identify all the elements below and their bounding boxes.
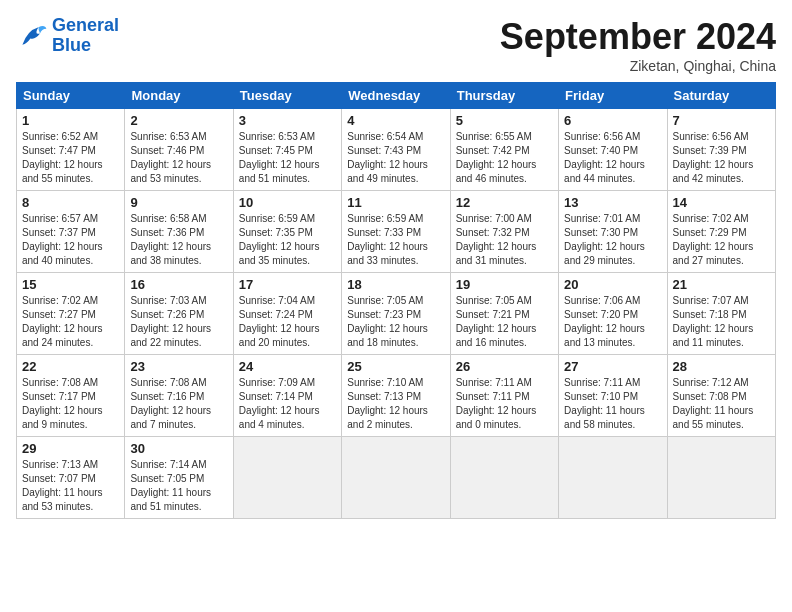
day-number: 16 bbox=[130, 277, 227, 292]
day-number: 19 bbox=[456, 277, 553, 292]
day-number: 5 bbox=[456, 113, 553, 128]
day-info: Sunrise: 7:02 AM Sunset: 7:27 PM Dayligh… bbox=[22, 294, 119, 350]
calendar-cell: 15Sunrise: 7:02 AM Sunset: 7:27 PM Dayli… bbox=[17, 273, 125, 355]
day-info: Sunrise: 7:02 AM Sunset: 7:29 PM Dayligh… bbox=[673, 212, 770, 268]
title-block: September 2024 Ziketan, Qinghai, China bbox=[500, 16, 776, 74]
logo-text-line1: General bbox=[52, 16, 119, 36]
calendar-cell: 22Sunrise: 7:08 AM Sunset: 7:17 PM Dayli… bbox=[17, 355, 125, 437]
calendar-cell: 29Sunrise: 7:13 AM Sunset: 7:07 PM Dayli… bbox=[17, 437, 125, 519]
day-number: 9 bbox=[130, 195, 227, 210]
day-number: 24 bbox=[239, 359, 336, 374]
day-number: 18 bbox=[347, 277, 444, 292]
day-number: 11 bbox=[347, 195, 444, 210]
calendar-cell bbox=[342, 437, 450, 519]
month-title: September 2024 bbox=[500, 16, 776, 58]
day-number: 21 bbox=[673, 277, 770, 292]
calendar-cell: 18Sunrise: 7:05 AM Sunset: 7:23 PM Dayli… bbox=[342, 273, 450, 355]
day-info: Sunrise: 6:54 AM Sunset: 7:43 PM Dayligh… bbox=[347, 130, 444, 186]
day-info: Sunrise: 7:12 AM Sunset: 7:08 PM Dayligh… bbox=[673, 376, 770, 432]
day-number: 28 bbox=[673, 359, 770, 374]
day-number: 2 bbox=[130, 113, 227, 128]
day-number: 1 bbox=[22, 113, 119, 128]
calendar-cell bbox=[559, 437, 667, 519]
day-info: Sunrise: 6:55 AM Sunset: 7:42 PM Dayligh… bbox=[456, 130, 553, 186]
calendar-cell: 21Sunrise: 7:07 AM Sunset: 7:18 PM Dayli… bbox=[667, 273, 775, 355]
calendar-cell: 19Sunrise: 7:05 AM Sunset: 7:21 PM Dayli… bbox=[450, 273, 558, 355]
day-number: 14 bbox=[673, 195, 770, 210]
calendar-cell: 6Sunrise: 6:56 AM Sunset: 7:40 PM Daylig… bbox=[559, 109, 667, 191]
calendar-cell: 8Sunrise: 6:57 AM Sunset: 7:37 PM Daylig… bbox=[17, 191, 125, 273]
day-info: Sunrise: 7:09 AM Sunset: 7:14 PM Dayligh… bbox=[239, 376, 336, 432]
calendar-week-row: 22Sunrise: 7:08 AM Sunset: 7:17 PM Dayli… bbox=[17, 355, 776, 437]
calendar-cell: 5Sunrise: 6:55 AM Sunset: 7:42 PM Daylig… bbox=[450, 109, 558, 191]
day-info: Sunrise: 7:03 AM Sunset: 7:26 PM Dayligh… bbox=[130, 294, 227, 350]
day-info: Sunrise: 6:53 AM Sunset: 7:45 PM Dayligh… bbox=[239, 130, 336, 186]
day-number: 4 bbox=[347, 113, 444, 128]
day-info: Sunrise: 7:07 AM Sunset: 7:18 PM Dayligh… bbox=[673, 294, 770, 350]
day-info: Sunrise: 7:08 AM Sunset: 7:16 PM Dayligh… bbox=[130, 376, 227, 432]
calendar-cell: 11Sunrise: 6:59 AM Sunset: 7:33 PM Dayli… bbox=[342, 191, 450, 273]
page-header: General Blue September 2024 Ziketan, Qin… bbox=[16, 16, 776, 74]
calendar-week-row: 29Sunrise: 7:13 AM Sunset: 7:07 PM Dayli… bbox=[17, 437, 776, 519]
day-number: 10 bbox=[239, 195, 336, 210]
day-info: Sunrise: 7:13 AM Sunset: 7:07 PM Dayligh… bbox=[22, 458, 119, 514]
calendar-cell: 12Sunrise: 7:00 AM Sunset: 7:32 PM Dayli… bbox=[450, 191, 558, 273]
calendar-cell: 14Sunrise: 7:02 AM Sunset: 7:29 PM Dayli… bbox=[667, 191, 775, 273]
calendar-cell bbox=[233, 437, 341, 519]
day-of-week-header: Wednesday bbox=[342, 83, 450, 109]
calendar-cell: 16Sunrise: 7:03 AM Sunset: 7:26 PM Dayli… bbox=[125, 273, 233, 355]
day-info: Sunrise: 6:53 AM Sunset: 7:46 PM Dayligh… bbox=[130, 130, 227, 186]
calendar-cell: 30Sunrise: 7:14 AM Sunset: 7:05 PM Dayli… bbox=[125, 437, 233, 519]
day-number: 13 bbox=[564, 195, 661, 210]
calendar-week-row: 8Sunrise: 6:57 AM Sunset: 7:37 PM Daylig… bbox=[17, 191, 776, 273]
day-info: Sunrise: 7:05 AM Sunset: 7:23 PM Dayligh… bbox=[347, 294, 444, 350]
day-info: Sunrise: 7:00 AM Sunset: 7:32 PM Dayligh… bbox=[456, 212, 553, 268]
day-info: Sunrise: 6:57 AM Sunset: 7:37 PM Dayligh… bbox=[22, 212, 119, 268]
day-info: Sunrise: 7:04 AM Sunset: 7:24 PM Dayligh… bbox=[239, 294, 336, 350]
calendar-cell: 26Sunrise: 7:11 AM Sunset: 7:11 PM Dayli… bbox=[450, 355, 558, 437]
location-subtitle: Ziketan, Qinghai, China bbox=[500, 58, 776, 74]
day-number: 20 bbox=[564, 277, 661, 292]
calendar-cell: 27Sunrise: 7:11 AM Sunset: 7:10 PM Dayli… bbox=[559, 355, 667, 437]
day-info: Sunrise: 6:59 AM Sunset: 7:35 PM Dayligh… bbox=[239, 212, 336, 268]
day-info: Sunrise: 6:56 AM Sunset: 7:39 PM Dayligh… bbox=[673, 130, 770, 186]
calendar-cell: 20Sunrise: 7:06 AM Sunset: 7:20 PM Dayli… bbox=[559, 273, 667, 355]
logo: General Blue bbox=[16, 16, 119, 56]
day-number: 23 bbox=[130, 359, 227, 374]
day-number: 15 bbox=[22, 277, 119, 292]
calendar-cell: 17Sunrise: 7:04 AM Sunset: 7:24 PM Dayli… bbox=[233, 273, 341, 355]
day-of-week-header: Friday bbox=[559, 83, 667, 109]
logo-bird-icon bbox=[16, 22, 48, 50]
calendar-cell: 1Sunrise: 6:52 AM Sunset: 7:47 PM Daylig… bbox=[17, 109, 125, 191]
day-number: 8 bbox=[22, 195, 119, 210]
day-number: 30 bbox=[130, 441, 227, 456]
day-info: Sunrise: 7:11 AM Sunset: 7:11 PM Dayligh… bbox=[456, 376, 553, 432]
calendar-cell bbox=[667, 437, 775, 519]
day-number: 27 bbox=[564, 359, 661, 374]
day-number: 12 bbox=[456, 195, 553, 210]
day-number: 22 bbox=[22, 359, 119, 374]
calendar-cell: 2Sunrise: 6:53 AM Sunset: 7:46 PM Daylig… bbox=[125, 109, 233, 191]
calendar-cell: 24Sunrise: 7:09 AM Sunset: 7:14 PM Dayli… bbox=[233, 355, 341, 437]
calendar-table: SundayMondayTuesdayWednesdayThursdayFrid… bbox=[16, 82, 776, 519]
calendar-cell: 13Sunrise: 7:01 AM Sunset: 7:30 PM Dayli… bbox=[559, 191, 667, 273]
day-number: 17 bbox=[239, 277, 336, 292]
calendar-cell: 25Sunrise: 7:10 AM Sunset: 7:13 PM Dayli… bbox=[342, 355, 450, 437]
day-info: Sunrise: 7:05 AM Sunset: 7:21 PM Dayligh… bbox=[456, 294, 553, 350]
day-of-week-header: Thursday bbox=[450, 83, 558, 109]
calendar-week-row: 15Sunrise: 7:02 AM Sunset: 7:27 PM Dayli… bbox=[17, 273, 776, 355]
day-info: Sunrise: 7:10 AM Sunset: 7:13 PM Dayligh… bbox=[347, 376, 444, 432]
calendar-cell: 4Sunrise: 6:54 AM Sunset: 7:43 PM Daylig… bbox=[342, 109, 450, 191]
day-number: 3 bbox=[239, 113, 336, 128]
logo-text-line2: Blue bbox=[52, 36, 119, 56]
day-number: 26 bbox=[456, 359, 553, 374]
day-of-week-header: Saturday bbox=[667, 83, 775, 109]
calendar-header-row: SundayMondayTuesdayWednesdayThursdayFrid… bbox=[17, 83, 776, 109]
day-info: Sunrise: 7:14 AM Sunset: 7:05 PM Dayligh… bbox=[130, 458, 227, 514]
day-number: 7 bbox=[673, 113, 770, 128]
calendar-cell: 28Sunrise: 7:12 AM Sunset: 7:08 PM Dayli… bbox=[667, 355, 775, 437]
calendar-cell: 7Sunrise: 6:56 AM Sunset: 7:39 PM Daylig… bbox=[667, 109, 775, 191]
day-info: Sunrise: 7:08 AM Sunset: 7:17 PM Dayligh… bbox=[22, 376, 119, 432]
day-info: Sunrise: 7:01 AM Sunset: 7:30 PM Dayligh… bbox=[564, 212, 661, 268]
calendar-cell: 10Sunrise: 6:59 AM Sunset: 7:35 PM Dayli… bbox=[233, 191, 341, 273]
